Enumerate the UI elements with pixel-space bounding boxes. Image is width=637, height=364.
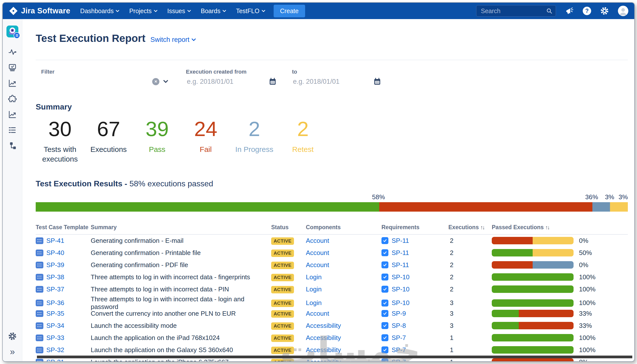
test-case-key-link[interactable]: SP-32 [46, 346, 64, 354]
puzzle-addon-icon[interactable] [8, 94, 17, 103]
hierarchy-icon[interactable] [8, 141, 17, 150]
sort-icon[interactable]: ↑↓ [480, 224, 484, 230]
stat-label: Tests with executions [36, 144, 84, 164]
col-header-components: Components [306, 224, 382, 231]
calendar-icon[interactable] [373, 78, 381, 86]
summary-stat: 2 Retest [278, 117, 327, 164]
passed-percentage: 0% [579, 358, 588, 362]
project-settings-gear-icon[interactable] [8, 332, 17, 341]
test-case-key-link[interactable]: SP-35 [46, 310, 64, 318]
sort-icon[interactable]: ↑↓ [545, 224, 549, 230]
component-link[interactable]: Login [306, 286, 322, 293]
requirement-link[interactable]: SP-8 [392, 322, 406, 330]
requirement-checkbox-icon[interactable] [382, 286, 388, 293]
switch-report-label: Switch report [150, 36, 190, 44]
col-header-passed-executions[interactable]: Passed Executions↑↓ [492, 224, 628, 231]
requirement-link[interactable]: SP-7 [392, 358, 406, 362]
create-button[interactable]: Create [274, 5, 305, 17]
date-from-input[interactable] [186, 78, 269, 86]
component-link[interactable]: Account [306, 249, 329, 256]
executions-count: 3 [448, 322, 492, 330]
progress-label-retest: 3% [618, 193, 628, 201]
chevron-down-icon[interactable] [163, 80, 168, 83]
requirement-checkbox-icon[interactable] [382, 274, 388, 280]
requirement-link[interactable]: SP-11 [392, 261, 409, 269]
test-case-key-link[interactable]: SP-40 [46, 249, 64, 257]
requirement-checkbox-icon[interactable] [382, 237, 388, 244]
component-link[interactable]: Login [306, 273, 322, 281]
nav-menu-boards[interactable]: Boards [201, 8, 226, 14]
expand-sidebar-icon[interactable]: » [8, 348, 17, 356]
nav-menu-issues[interactable]: Issues [167, 8, 191, 14]
filter-select[interactable]: × [41, 75, 168, 88]
date-to-input[interactable] [292, 78, 373, 86]
from-label: Execution created from [186, 69, 276, 75]
test-case-key-link[interactable]: SP-38 [46, 273, 64, 281]
report-chart-icon[interactable] [8, 79, 17, 88]
requirement-checkbox-icon[interactable] [382, 262, 388, 268]
requirement-link[interactable]: SP-10 [392, 273, 410, 281]
table-row: SP-32 Launch the application on the Gala… [36, 344, 628, 356]
component-link[interactable]: Accessibility [306, 334, 341, 342]
test-case-key-link[interactable]: SP-37 [46, 286, 64, 293]
nav-menu-testflo[interactable]: TestFLO [236, 8, 265, 14]
test-case-template-icon [36, 359, 44, 362]
component-link[interactable]: Account [306, 310, 329, 317]
search-box[interactable] [476, 5, 556, 16]
search-input[interactable] [480, 7, 546, 15]
calendar-icon[interactable] [269, 78, 276, 86]
requirement-checkbox-icon[interactable] [382, 334, 388, 341]
requirement-checkbox-icon[interactable] [382, 322, 388, 329]
executions-header-label: Executions [448, 224, 479, 230]
nav-menu-projects[interactable]: Projects [129, 8, 157, 14]
announcement-megaphone-icon[interactable] [565, 6, 574, 15]
component-link[interactable]: Accessibility [306, 346, 341, 354]
requirement-link[interactable]: SP-7 [392, 334, 406, 342]
status-badge: ACTIVE [271, 347, 294, 354]
requirement-link[interactable]: SP-10 [392, 299, 410, 307]
bar-segment-green [492, 286, 574, 293]
test-case-summary: Launch the application on the Galaxy S5 … [91, 346, 271, 354]
jira-logo[interactable]: Jira Software [9, 6, 70, 16]
requirement-checkbox-icon[interactable] [382, 249, 388, 256]
test-case-key-link[interactable]: SP-39 [46, 261, 64, 269]
component-link[interactable]: Account [306, 261, 329, 268]
progress-chart-icon[interactable] [8, 110, 17, 119]
switch-report-link[interactable]: Switch report [150, 36, 196, 44]
user-avatar[interactable] [618, 6, 628, 16]
requirement-checkbox-icon[interactable] [382, 346, 388, 353]
test-case-key-link[interactable]: SP-33 [46, 334, 64, 342]
test-board-icon[interactable] [8, 63, 17, 72]
requirement-link[interactable]: SP-11 [392, 237, 409, 244]
requirement-link[interactable]: SP-7 [392, 346, 406, 354]
test-case-summary: Three attempts to log in with incorrect … [91, 286, 271, 293]
requirement-link[interactable]: SP-9 [392, 310, 406, 318]
requirement-checkbox-icon[interactable] [382, 358, 388, 362]
component-link[interactable]: Accessibility [306, 358, 341, 362]
component-link[interactable]: Login [306, 299, 322, 306]
clear-filter-icon[interactable]: × [152, 78, 159, 85]
search-icon[interactable] [546, 8, 553, 14]
activity-icon[interactable] [8, 48, 17, 56]
component-link[interactable]: Account [306, 237, 329, 244]
requirement-link[interactable]: SP-10 [392, 286, 410, 293]
page-header: Test Execution Report Switch report [36, 26, 628, 51]
settings-gear-icon[interactable] [600, 6, 609, 15]
help-icon[interactable]: ? [583, 7, 591, 15]
requirement-link[interactable]: SP-11 [392, 249, 409, 257]
summary-stat: 67 Executions [84, 117, 133, 164]
test-case-key-link[interactable]: SP-31 [46, 358, 64, 362]
nav-menu-dashboards[interactable]: Dashboards [80, 8, 120, 14]
component-link[interactable]: Accessibility [306, 322, 341, 329]
requirement-checkbox-icon[interactable] [382, 310, 388, 317]
nav-menu-label: Boards [201, 8, 220, 14]
test-case-key-link[interactable]: SP-34 [46, 322, 64, 330]
test-case-summary: Generating confirmation - PDF file [91, 261, 271, 269]
testflo-report-app-avatar[interactable] [6, 26, 18, 38]
filters-bar: Filter × Execution created from [36, 69, 628, 88]
col-header-executions[interactable]: Executions↑↓ [448, 224, 492, 231]
test-case-key-link[interactable]: SP-41 [46, 237, 64, 244]
numbered-list-icon[interactable] [8, 126, 17, 134]
test-case-key-link[interactable]: SP-36 [46, 299, 64, 307]
requirement-checkbox-icon[interactable] [382, 300, 388, 306]
